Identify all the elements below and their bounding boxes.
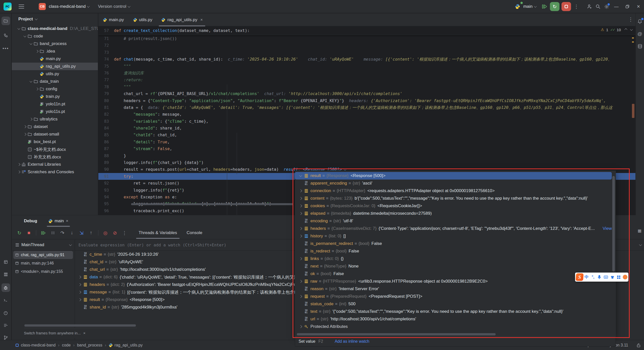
popup-variable-row[interactable]: 10 01apparent_encoding={str}'ascii' (295, 180, 612, 187)
code-line-81[interactable]: 81 data = { data: {'chatId': 'uRAyQoWE',… (98, 104, 635, 111)
code-line-82[interactable]: 82 "messages": message, (98, 111, 635, 118)
popup-variable-row[interactable]: request={PreparedRequest}<PreparedReques… (295, 293, 612, 300)
code-line-78[interactable]: 78 """ (98, 83, 635, 90)
popup-variable-row[interactable]: 10 01status_code={int}500 (295, 300, 612, 308)
line-number[interactable]: 94 (98, 194, 114, 200)
popup-variable-row[interactable]: elapsed={timedelta}datetime.timedelta(mi… (295, 210, 612, 217)
chevron-right-icon[interactable] (78, 298, 81, 301)
todo-icon[interactable] (2, 321, 10, 330)
stop-button[interactable] (561, 2, 571, 11)
stop-icon[interactable]: ■ (24, 229, 33, 237)
line-number[interactable]: 81 (98, 104, 114, 111)
tab-threads-variables[interactable]: Threads & Variables (139, 227, 177, 239)
version-control-menu[interactable]: Version control (98, 4, 130, 9)
tree-item-code[interactable]: code (12, 32, 98, 40)
line-number[interactable]: 80 (98, 97, 114, 104)
popup-vscrollbar[interactable] (612, 176, 615, 272)
project-menu[interactable]: class-medical-band (49, 4, 89, 9)
line-number[interactable]: 86 (98, 139, 114, 145)
project-folder-icon[interactable] (2, 17, 10, 25)
line-number[interactable]: 57 (98, 28, 114, 33)
chevron-right-icon[interactable] (299, 197, 302, 200)
more-tools-icon[interactable]: ••• (2, 44, 10, 53)
line-number[interactable]: 85 (98, 132, 114, 138)
run-config-selector[interactable]: main (523, 4, 536, 9)
chevron-down-icon[interactable] (299, 174, 302, 177)
popup-variable-row[interactable]: connection={HTTPAdapter}<requests.adapte… (295, 187, 612, 195)
problems-icon[interactable] (2, 309, 10, 317)
chevron-right-icon[interactable] (299, 257, 302, 260)
code-line-84[interactable]: 84 "shareId": share_id, (98, 125, 635, 132)
popup-variable-row[interactable]: 10 01text={str}'{"code":500,"statusText"… (295, 308, 612, 315)
resume-icon[interactable] (39, 229, 48, 237)
chevron-right-icon[interactable] (35, 88, 38, 90)
popup-variable-row[interactable]: 10 01encoding={str}'utf-8' (295, 217, 612, 225)
chevron-right-icon[interactable] (78, 291, 81, 293)
packages-icon[interactable] (2, 258, 10, 266)
line-number[interactable]: 72 (98, 42, 114, 49)
chevron-right-icon[interactable] (23, 133, 26, 136)
breadcrumb-item[interactable]: class-medical-band (21, 343, 56, 347)
code-line-71[interactable]: 71 # print(result.json()) (98, 35, 635, 42)
tree-item-ultralytics[interactable]: ultralytics (12, 115, 98, 123)
close-icon[interactable]: × (200, 18, 203, 22)
line-number[interactable]: 91 (98, 173, 114, 180)
tree-item-utils-py[interactable]: utils.py (12, 70, 98, 78)
tree-item-config[interactable]: config (12, 85, 98, 93)
popup-variable-row[interactable]: content={bytes: 123}b'{"code":500,"statu… (295, 195, 612, 202)
rerun-debug-icon[interactable]: ↻ (15, 229, 24, 237)
popup-variable-row[interactable]: 10 01url={str}'http://localhost:3000/api… (295, 315, 612, 323)
tree-item--docx[interactable]: ?~$补充文档.docx (12, 146, 98, 153)
ai-assistant-icon[interactable]: @ (636, 30, 644, 38)
punctuation-icon[interactable]: °, (590, 275, 596, 279)
tree-item-dataset[interactable]: dataset (12, 123, 98, 130)
popup-variable-row[interactable]: 10 01is_redirect={bool}False (295, 247, 612, 255)
keyboard-icon[interactable] (603, 276, 609, 279)
tab-console[interactable]: Console (187, 227, 202, 239)
chevron-right-icon[interactable] (299, 280, 302, 283)
line-number[interactable]: 71 (98, 35, 114, 42)
toolbox-icon[interactable] (616, 276, 622, 279)
line-number[interactable]: 76 (98, 70, 114, 76)
project-badge[interactable]: CB (39, 3, 46, 10)
line-number[interactable]: 83 (98, 118, 114, 125)
chevron-down-icon[interactable] (29, 42, 32, 45)
line-number[interactable]: 84 (98, 125, 114, 132)
settings-gear-icon[interactable] (602, 2, 611, 11)
code-line-79[interactable]: 79 chat_url = rf'{OPENAI_API_BASE_URL}/v… (98, 90, 635, 97)
code-line-83[interactable]: 83 "variables": {"cTime": c_time}, (98, 118, 635, 125)
tree-item-rag-api-utils-py[interactable]: rag_api_utils.py (12, 63, 98, 70)
popup-variable-row[interactable]: raw={HTTPResponse}<urllib3.response.HTTP… (295, 278, 612, 285)
line-number[interactable]: 96 (98, 207, 114, 214)
line-number[interactable]: 95 (98, 200, 114, 207)
tree-item-band-process[interactable]: band_process (12, 40, 98, 48)
view-breakpoints-icon[interactable]: ◎ (101, 229, 110, 237)
sogou-logo[interactable]: S (576, 273, 584, 281)
popup-hscrollbar[interactable] (297, 333, 496, 335)
view-link[interactable]: View (602, 226, 612, 231)
chevron-right-icon[interactable] (299, 227, 302, 230)
chevron-right-icon[interactable] (299, 212, 302, 215)
project-panel-header[interactable]: Project (12, 13, 98, 25)
line-number[interactable]: 82 (98, 111, 114, 118)
line-number[interactable]: 75 (98, 63, 114, 70)
chevron-right-icon[interactable] (23, 125, 26, 128)
database-icon[interactable] (636, 43, 644, 50)
mic-icon[interactable] (596, 275, 603, 279)
panel-options-icon[interactable]: ▦ (638, 228, 641, 233)
tree-item-dataset-small[interactable]: dataset-small (12, 130, 98, 138)
code-line-73[interactable]: 73 (98, 49, 635, 56)
step-into-icon[interactable]: ↓ (67, 229, 76, 237)
code-line-89[interactable]: 89 logger.info(f"{chat_url} {data}") (98, 159, 635, 166)
tab-main-py[interactable]: main.py (98, 13, 129, 26)
menu-icon[interactable] (19, 5, 24, 9)
more-icon[interactable]: ⋮ (120, 229, 129, 237)
code-line-76[interactable]: 76 查询知识库 (98, 70, 635, 76)
next-problem-icon[interactable] (630, 28, 633, 31)
lock-icon[interactable] (637, 343, 640, 347)
rerun-debug-button[interactable]: ↻ (550, 2, 559, 11)
structure-icon[interactable] (2, 31, 10, 40)
mute-breakpoints-icon[interactable]: ⊘ (110, 229, 119, 237)
line-number[interactable]: 74 (98, 56, 114, 63)
code-line-86[interactable]: 86 "detail": True, (98, 139, 635, 145)
